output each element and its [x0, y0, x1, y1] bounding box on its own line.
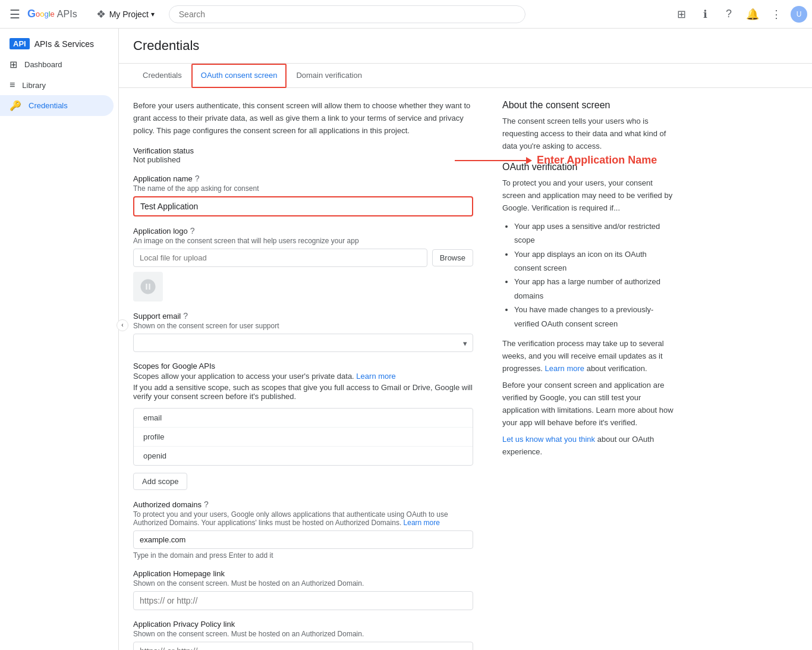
logo-file-input[interactable]	[133, 249, 427, 267]
scopes-learn-more-link[interactable]: Learn more	[356, 372, 395, 381]
logo-placeholder	[133, 272, 163, 302]
app-logo-help-icon[interactable]: ?	[190, 226, 195, 235]
about-consent-screen-text: The consent screen tells your users who …	[502, 115, 675, 152]
avatar[interactable]: U	[791, 6, 807, 23]
sidebar-item-library[interactable]: ≡ Library	[0, 75, 114, 95]
project-dropdown-icon[interactable]: ▾	[151, 10, 155, 18]
authorized-domains-label: Authorized domains ?	[133, 500, 473, 509]
project-selector[interactable]: ❖ My Project ▾	[87, 8, 155, 21]
homepage-link-sublabel: Shown on the consent screen. Must be hos…	[133, 579, 473, 588]
homepage-link-label: Application Homepage link	[133, 569, 473, 578]
browse-button[interactable]: Browse	[432, 249, 473, 266]
let-us-know-link[interactable]: Let us know what you think	[502, 435, 595, 444]
oauth-learn-more-link[interactable]: Learn more	[545, 364, 584, 373]
brand-logo: Google APIs	[27, 8, 77, 20]
sidebar-item-credentials[interactable]: 🔑 Credentials	[0, 95, 114, 116]
app-name-sublabel: The name of the app asking for consent	[133, 184, 473, 193]
info-icon[interactable]: ℹ	[695, 5, 715, 24]
privacy-link-input[interactable]	[133, 642, 473, 650]
search-bar[interactable]	[169, 5, 657, 23]
sidebar: API APIs & Services ⊞ Dashboard ≡ Librar…	[0, 29, 119, 650]
privacy-link-label: Application Privacy Policy link	[133, 620, 473, 629]
verification-status-value: Not published	[133, 155, 473, 164]
support-email-select[interactable]	[133, 334, 473, 352]
scopes-warning: If you add a sensitive scope, such as sc…	[133, 383, 473, 401]
oauth-condition-2: Your app displays an icon on its OAuth c…	[514, 247, 675, 275]
library-icon: ≡	[10, 80, 15, 90]
oauth-conditions-list: Your app uses a sensitive and/or restric…	[514, 219, 675, 331]
api-badge: API	[10, 38, 30, 49]
sidebar-item-label: Library	[22, 81, 46, 90]
help-icon[interactable]: ?	[719, 5, 738, 24]
support-email-help-icon[interactable]: ?	[183, 311, 188, 321]
verification-status-label: Verification status	[133, 146, 473, 155]
privacy-link-section: Application Privacy Policy link Shown on…	[133, 620, 473, 650]
app-name-label: Application name ?	[133, 174, 473, 183]
authorized-domain-input[interactable]	[133, 530, 473, 549]
oauth-condition-4: You have made changes to a previously-ve…	[514, 303, 675, 331]
scope-row-openid: openid	[134, 447, 473, 465]
top-navigation: ☰ Google APIs ❖ My Project ▾ ⊞ ℹ ? 🔔 ⋮ U	[0, 0, 812, 29]
top-nav-icons: ⊞ ℹ ? 🔔 ⋮ U	[672, 5, 807, 24]
scope-row-email: email	[134, 409, 473, 428]
authorized-domains-desc: To protect you and your users, Google on…	[133, 510, 473, 527]
dots-icon: ❖	[96, 8, 106, 21]
support-email-label: Support email ?	[133, 311, 473, 321]
scopes-section: Scopes for Google APIs Scopes allow your…	[133, 362, 473, 490]
privacy-link-sublabel: Shown on the consent screen. Must be hos…	[133, 630, 473, 638]
apps-icon[interactable]: ⊞	[672, 5, 691, 24]
authorized-domains-section: Authorized domains ? To protect you and …	[133, 500, 473, 560]
add-scope-button[interactable]: Add scope	[133, 473, 187, 490]
intro-text: Before your users authenticate, this con…	[133, 100, 473, 137]
homepage-link-input[interactable]	[133, 591, 473, 610]
app-name-help-icon[interactable]: ?	[195, 174, 200, 183]
scope-table: email profile openid	[133, 408, 473, 466]
sidebar-item-dashboard[interactable]: ⊞ Dashboard	[0, 54, 114, 75]
oauth-condition-3: Your app has a large number of authorize…	[514, 275, 675, 303]
credentials-icon: 🔑	[10, 100, 21, 111]
scopes-label: Scopes for Google APIs	[133, 362, 473, 370]
scopes-intro: Scopes allow your application to access …	[133, 372, 473, 381]
left-panel: Before your users authenticate, this con…	[119, 88, 487, 650]
oauth-intro-text: To protect you and your users, your cons…	[502, 177, 675, 214]
about-consent-screen-title: About the consent screen	[502, 100, 675, 111]
main-content: Credentials Credentials OAuth consent sc…	[119, 29, 812, 650]
content-area: Before your users authenticate, this con…	[119, 88, 812, 650]
app-logo-label: Application logo ?	[133, 226, 473, 235]
tab-domain-verification[interactable]: Domain verification	[287, 64, 372, 88]
right-panel: About the consent screen The consent scr…	[487, 88, 690, 650]
project-name: My Project	[109, 10, 149, 19]
scope-row-profile: profile	[134, 428, 473, 447]
oauth-process-text: The verification process may take up to …	[502, 338, 675, 375]
tab-oauth-consent-screen[interactable]: OAuth consent screen	[191, 64, 287, 88]
app-name-section: Application name ? The name of the app a…	[133, 174, 473, 216]
domain-hint: Type in the domain and press Enter to ad…	[133, 551, 473, 560]
hamburger-menu-icon[interactable]: ☰	[5, 2, 25, 26]
app-logo-sublabel: An image on the consent screen that will…	[133, 237, 473, 245]
homepage-link-section: Application Homepage link Shown on the c…	[133, 569, 473, 610]
oauth-verification-title: OAuth verification	[502, 162, 675, 172]
logo-upload-row: Browse	[133, 249, 473, 267]
verification-status-section: Verification status Not published	[133, 146, 473, 164]
oauth-let-us-know: Let us know what you think about our OAu…	[502, 434, 675, 459]
support-email-select-wrapper: ▾	[133, 334, 473, 352]
page-header: Credentials	[119, 29, 812, 64]
tab-bar: Credentials OAuth consent screen Domain …	[119, 64, 812, 88]
api-header: API APIs & Services	[0, 29, 118, 54]
oauth-condition-1: Your app uses a sensitive and/or restric…	[514, 219, 675, 247]
oauth-before-text: Before your consent screen and applicati…	[502, 379, 675, 429]
search-input[interactable]	[169, 5, 525, 23]
api-title: APIs & Services	[34, 39, 94, 49]
page-title: Credentials	[133, 38, 798, 54]
brand-apis-text: APIs	[57, 9, 77, 20]
authorized-domains-learn-more-link[interactable]: Learn more	[404, 519, 440, 527]
authorized-domains-help-icon[interactable]: ?	[204, 500, 209, 509]
bell-icon[interactable]: 🔔	[743, 5, 762, 24]
sidebar-item-label: Dashboard	[24, 60, 62, 69]
sidebar-collapse-button[interactable]: ‹	[117, 319, 128, 331]
more-icon[interactable]: ⋮	[767, 5, 786, 24]
app-name-input[interactable]	[133, 196, 473, 216]
tab-credentials[interactable]: Credentials	[133, 64, 191, 88]
support-email-sublabel: Shown on the consent screen for user sup…	[133, 322, 473, 330]
app-logo-section: Application logo ? An image on the conse…	[133, 226, 473, 302]
